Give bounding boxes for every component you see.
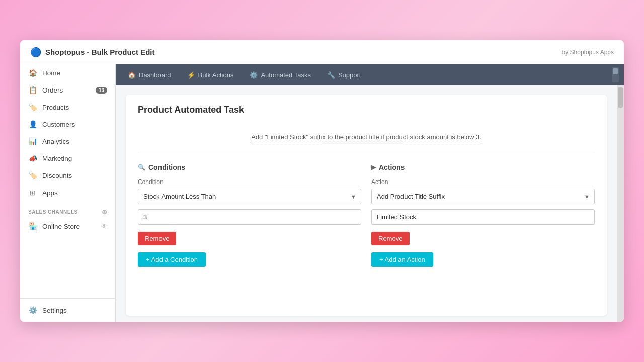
action-remove-button[interactable]: Remove xyxy=(371,232,410,245)
nav-label-support: Support xyxy=(338,71,361,79)
condition-value-input[interactable] xyxy=(138,209,361,225)
sidebar-item-discounts[interactable]: 🏷️ Discounts xyxy=(20,167,115,184)
sales-channels-section: SALES CHANNELS ⊕ xyxy=(20,201,115,218)
actions-icon: ▶ xyxy=(371,164,376,171)
add-action-button[interactable]: + Add an Action xyxy=(371,252,433,267)
sidebar-item-products[interactable]: 🏷️ Products xyxy=(20,99,115,116)
online-store-icon: 🏪 xyxy=(28,222,37,230)
products-icon: 🏷️ xyxy=(28,103,37,111)
header-by-label: by Shoptopus Apps xyxy=(562,49,614,56)
marketing-icon: 📣 xyxy=(28,154,37,162)
sidebar-nav: 🏠 Home 📋 Orders 13 🏷️ Products 👤 Custome… xyxy=(20,64,115,298)
app-window: 🔵 Shoptopus - Bulk Product Edit by Shopt… xyxy=(20,40,624,322)
main-content: 🏠 Dashboard ⚡ Bulk Actions ⚙️ Automated … xyxy=(116,64,624,322)
home-icon: 🏠 xyxy=(28,69,37,77)
nav-scroll-up[interactable] xyxy=(612,67,619,82)
sidebar-label-products: Products xyxy=(42,104,69,111)
sidebar-item-settings[interactable]: ⚙️ Settings xyxy=(20,302,115,319)
app-logo-icon: 🔵 xyxy=(30,47,41,58)
sales-channels-title: SALES CHANNELS xyxy=(28,209,78,215)
dashboard-icon: 🏠 xyxy=(128,71,136,79)
sidebar-item-home[interactable]: 🏠 Home xyxy=(20,64,115,81)
sidebar-item-apps[interactable]: ⊞ Apps xyxy=(20,184,115,201)
actions-header: ▶ Actions xyxy=(371,163,595,171)
nav-bar: 🏠 Dashboard ⚡ Bulk Actions ⚙️ Automated … xyxy=(116,64,624,85)
sidebar-bottom: ⚙️ Settings xyxy=(20,298,115,322)
page-title: Product Automated Task xyxy=(138,105,595,115)
nav-item-bulk-actions[interactable]: ⚡ Bulk Actions xyxy=(180,68,241,82)
settings-icon: ⚙️ xyxy=(28,306,37,314)
sidebar-label-customers: Customers xyxy=(42,121,75,128)
conditions-actions-row: 🔍 Conditions Condition Stock Amount Less… xyxy=(138,163,595,267)
nav-scroll-thumb xyxy=(613,68,618,74)
nav-scrollbar xyxy=(612,67,619,82)
sidebar-label-home: Home xyxy=(42,69,60,77)
app-body: 🏠 Home 📋 Orders 13 🏷️ Products 👤 Custome… xyxy=(20,64,624,322)
bulk-actions-icon: ⚡ xyxy=(187,71,195,79)
actions-col: ▶ Actions Action Add Product Title Suffi… xyxy=(371,163,595,267)
conditions-header-label: Conditions xyxy=(148,163,185,171)
sidebar-label-analytics: Analytics xyxy=(42,138,69,145)
sidebar-label-marketing: Marketing xyxy=(42,155,72,162)
apps-icon: ⊞ xyxy=(28,189,37,197)
sidebar-label-orders: Orders xyxy=(42,86,63,94)
conditions-col: 🔍 Conditions Condition Stock Amount Less… xyxy=(138,163,361,267)
add-condition-button[interactable]: + Add a Condition xyxy=(138,252,206,267)
orders-badge: 13 xyxy=(96,87,107,94)
conditions-header: 🔍 Conditions xyxy=(138,163,361,171)
support-icon: 🔧 xyxy=(327,71,335,79)
sidebar-label-settings: Settings xyxy=(42,307,67,314)
orders-icon: 📋 xyxy=(28,86,37,94)
right-scrollbar[interactable] xyxy=(617,85,624,322)
sidebar-label-apps: Apps xyxy=(42,189,58,197)
condition-remove-button[interactable]: Remove xyxy=(138,232,176,245)
app-header: 🔵 Shoptopus - Bulk Product Edit by Shopt… xyxy=(20,40,624,64)
right-scrollbar-thumb xyxy=(618,87,623,108)
page-content: Product Automated Task Add "Limited Stoc… xyxy=(116,85,624,322)
nav-item-support[interactable]: 🔧 Support xyxy=(320,68,368,82)
analytics-icon: 📊 xyxy=(28,137,37,145)
nav-item-automated-tasks[interactable]: ⚙️ Automated Tasks xyxy=(243,68,317,82)
actions-header-label: Actions xyxy=(379,163,405,171)
sidebar-label-discounts: Discounts xyxy=(42,172,72,179)
nav-item-dashboard[interactable]: 🏠 Dashboard xyxy=(121,68,178,82)
sales-channels-add-icon[interactable]: ⊕ xyxy=(102,208,108,216)
online-store-settings-icon[interactable]: 👁 xyxy=(101,223,107,230)
page-scroll-area: Product Automated Task Add "Limited Stoc… xyxy=(116,85,617,322)
task-description: Add "Limited Stock" suffix to the produc… xyxy=(138,124,595,152)
page-inner: Product Automated Task Add "Limited Stoc… xyxy=(126,95,607,316)
nav-label-bulk-actions: Bulk Actions xyxy=(198,71,234,79)
automated-tasks-icon: ⚙️ xyxy=(250,71,258,79)
conditions-icon: 🔍 xyxy=(138,164,145,171)
sidebar-item-customers[interactable]: 👤 Customers xyxy=(20,116,115,133)
action-select[interactable]: Add Product Title Suffix Add Product Tit… xyxy=(371,189,595,204)
action-select-wrapper: Add Product Title Suffix Add Product Tit… xyxy=(371,189,595,204)
sidebar-item-orders[interactable]: 📋 Orders 13 xyxy=(20,81,115,99)
app-title: Shoptopus - Bulk Product Edit xyxy=(45,48,155,56)
customers-icon: 👤 xyxy=(28,120,37,128)
condition-select-wrapper: Stock Amount Less Than Stock Amount Grea… xyxy=(138,189,361,204)
nav-label-dashboard: Dashboard xyxy=(139,71,171,79)
page-layout: Product Automated Task Add "Limited Stoc… xyxy=(116,85,624,322)
condition-select[interactable]: Stock Amount Less Than Stock Amount Grea… xyxy=(138,189,361,204)
sidebar-label-online-store: Online Store xyxy=(42,223,80,230)
sidebar-item-analytics[interactable]: 📊 Analytics xyxy=(20,133,115,150)
header-left: 🔵 Shoptopus - Bulk Product Edit xyxy=(30,47,155,58)
action-value-input[interactable] xyxy=(371,209,595,225)
discounts-icon: 🏷️ xyxy=(28,171,37,179)
sidebar-item-online-store[interactable]: 🏪 Online Store 👁 xyxy=(20,218,115,235)
sidebar-item-marketing[interactable]: 📣 Marketing xyxy=(20,150,115,167)
sidebar: 🏠 Home 📋 Orders 13 🏷️ Products 👤 Custome… xyxy=(20,64,116,322)
action-field-label: Action xyxy=(371,178,595,186)
condition-field-label: Condition xyxy=(138,178,361,186)
nav-label-automated-tasks: Automated Tasks xyxy=(261,71,310,79)
